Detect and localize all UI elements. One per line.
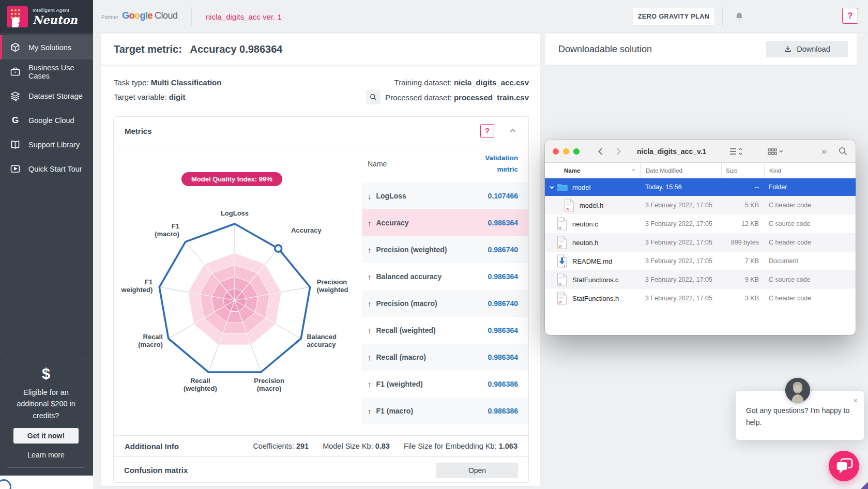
finder-window[interactable]: nicla_digits_acc_v.1 » Name ^ Date Modif… [545,140,856,335]
close-window-button[interactable] [553,148,559,155]
sort-indicator: ^ [632,168,635,173]
column-header-size[interactable]: Size [721,163,764,178]
chat-launcher-button[interactable] [829,451,859,481]
name-column-header: Name [368,160,387,168]
sidebar-item-google-cloud[interactable]: GGoogle Cloud [0,108,93,132]
arrow-up-icon: ↑ [368,272,372,281]
search-icon[interactable] [838,146,848,156]
additional-info-row: Additional Info Coefficients: 291Model S… [114,435,528,456]
minimize-window-button[interactable] [563,148,569,155]
open-button[interactable]: Open [436,463,518,478]
training-dataset-line: Training dataset: nicla_digits_acc.csv [366,78,529,87]
file-name-cell: .cStatFunctions.c [545,273,640,287]
sidebar-item-quick-start-tour[interactable]: Quick Start Tour [0,157,93,181]
task-type-line: Task type: Multi Classification [114,78,221,87]
dollar-icon: $ [7,365,85,383]
file-date-modified: 3 February 2022, 17:05 [640,220,721,227]
metric-name: Precision (macro) [376,299,437,308]
file-name: neuton.c [572,220,598,228]
svg-text:.c: .c [558,226,561,230]
sidebar-menu: My SolutionsBusiness Use CasesDataset St… [0,33,93,181]
additional-info-item: Model Size Kb: 0.83 [323,442,390,450]
zoom-window-button[interactable] [573,148,580,155]
file-kind: C header code [764,202,856,209]
sidebar-item-support-library[interactable]: Support Library [0,132,93,157]
radar-axis-label: Recall(weighted) [184,377,217,392]
c-source-file-icon: .c [557,217,568,231]
help-button[interactable]: ? [842,8,858,24]
downloadable-solution-title: Downloadable solution [558,44,652,55]
finder-row-readme-md[interactable]: README.md3 February 2022, 17:057 KBDocum… [545,252,856,270]
bell-icon[interactable] [734,11,745,22]
arrow-up-icon: ↑ [368,299,372,308]
file-date-modified: 3 February 2022, 17:05 [640,276,721,283]
arrow-up-icon: ↑ [368,326,372,335]
divider [191,7,192,26]
target-metric-value: Accuracy 0.986364 [190,43,282,55]
finder-row-neuton-c[interactable]: .cneuton.c3 February 2022, 17:0512 KBC s… [545,215,856,233]
grid-view-icon[interactable] [767,146,784,157]
metric-name: Accuracy [376,219,409,227]
newton-statue-avatar[interactable] [785,378,810,403]
file-name: README.md [572,257,612,265]
file-size: 5 KB [721,202,764,209]
file-kind: Folder [764,184,856,191]
magnifier-icon[interactable] [366,90,380,104]
file-date-modified: 3 February 2022, 17:05 [640,257,721,265]
back-chevron-icon[interactable] [596,146,606,157]
sidebar-item-business-use-cases[interactable]: Business Use Cases [0,59,93,84]
column-header-kind[interactable]: Kind [764,163,856,178]
book-icon [10,139,21,150]
metric-row-f1-macro-: ↑F1 (macro)0.986386 [362,398,528,424]
list-view-icon[interactable] [729,146,742,157]
google-cloud-logo: GoogleCloud [122,10,178,21]
finder-row-model[interactable]: modelToday, 15:56--Folder [545,178,856,196]
get-it-now-button[interactable]: Get it now! [13,428,79,444]
radar-axis-label: Precision(weighted [317,278,348,294]
svg-text:.h: .h [558,244,561,248]
sidebar: Intelligent Agent Neuton My SolutionsBus… [0,0,93,476]
metric-value: 0.107466 [488,192,518,200]
metric-row-precision-weighted-: ↑Precision (weighted)0.986740 [362,236,528,263]
metric-row-balanced-accuracy: ↑Balanced accuracy0.986364 [362,263,528,290]
c-header-file-icon: .h [564,198,575,212]
finder-row-statfunctions-h[interactable]: .hStatFunctions.h3 February 2022, 17:053… [545,289,856,308]
metric-name: LogLoss [376,192,406,200]
radar-axis-label: F1weighted) [121,278,153,294]
metric-name: Precision (weighted) [376,246,447,254]
sidebar-item-dataset-storage[interactable]: Dataset Storage [0,84,93,108]
metrics-panel-header: Metrics ? [114,117,528,145]
finder-file-list: modelToday, 15:56--Folder.hmodel.h3 Febr… [545,178,856,308]
metric-row-precision-macro-: ↑Precision (macro)0.986740 [362,290,528,317]
radar-axis-label: Balancedaccuracy [307,333,337,348]
column-header-name[interactable]: Name ^ [545,163,640,178]
file-date-modified: Today, 15:56 [640,184,721,191]
finder-row-model-h[interactable]: .hmodel.h3 February 2022, 17:055 KBC hea… [545,196,856,215]
column-header-date-modified[interactable]: Date Modified [640,163,721,178]
finder-titlebar[interactable]: nicla_digits_acc_v.1 » [545,140,856,163]
metric-name: Balanced accuracy [376,272,442,281]
svg-text:G: G [12,115,19,125]
sidebar-bottom-strip [0,476,93,489]
chat-message: Got any questions? I'm happy to help. [746,405,855,429]
close-icon[interactable]: × [853,396,858,404]
metric-name: F1 (macro) [376,407,414,415]
chevron-up-icon[interactable] [508,126,517,135]
radar-chart-svg: LogLossAccuracyPrecision(weightedBalance… [116,149,359,429]
file-size: -- [721,184,764,191]
more-chevrons-icon[interactable]: » [822,146,827,157]
metrics-help-button[interactable]: ? [480,124,494,138]
file-name: StatFunctions.c [572,276,619,284]
finder-row-neuton-h[interactable]: .hneuton.h3 February 2022, 17:05899 byte… [545,233,856,252]
plan-button[interactable]: ZERO GRAVITY PLAN [633,8,714,25]
radar-marker [275,245,282,252]
expander-chevron-icon[interactable] [549,185,557,190]
download-button[interactable]: Download [766,41,848,57]
confusion-matrix-title: Confusion matrix [124,466,188,475]
finder-row-statfunctions-c[interactable]: .cStatFunctions.c3 February 2022, 17:059… [545,270,856,289]
forward-chevron-icon[interactable] [613,146,623,157]
learn-more-link[interactable]: Learn more [7,451,85,459]
additional-info-title: Additional Info [125,442,179,451]
file-name-cell: .hStatFunctions.h [545,292,640,305]
sidebar-item-my-solutions[interactable]: My Solutions [0,35,93,59]
